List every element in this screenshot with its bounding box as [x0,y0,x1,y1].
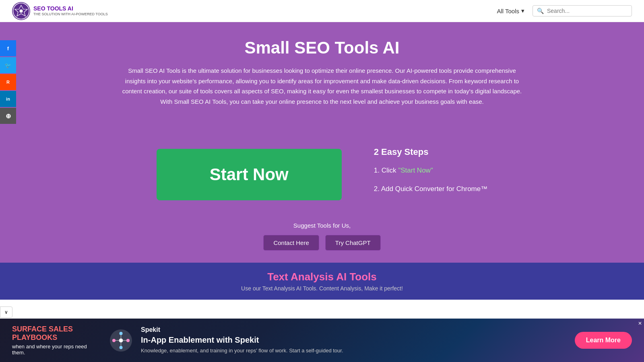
text-analysis-subtitle: Use our Text Analysis AI Tools. Content … [12,285,632,292]
social-sidebar: f 🐦 R in ⊕ [0,40,16,125]
svg-point-5 [119,332,122,335]
logo: SEO TOOLS AI THE SOLUTION WITH AI-POWERE… [12,2,108,20]
share-button[interactable]: ⊕ [0,108,16,124]
ad-center-content: Spekit In-App Enablement with Spekit Kno… [141,326,567,355]
svg-point-6 [126,339,130,342]
chevron-down-icon: ∨ [4,309,8,315]
svg-point-9 [119,338,123,342]
easy-steps: 2 Easy Steps 1. Click "Start Now" 2. Add… [374,147,488,202]
text-analysis-title: Text Analysis AI Tools [12,271,632,283]
contact-here-button[interactable]: Contact Here [263,235,319,251]
facebook-button[interactable]: f [0,40,16,56]
logo-icon [12,2,30,20]
ad-center-desc: Knowledge, enablement, and training in y… [141,347,567,355]
svg-point-3 [20,9,23,12]
linkedin-button[interactable]: in [0,91,16,107]
ad-left-sub: when and where your reps need them. [12,343,101,356]
suggest-buttons: Contact Here Try ChatGPT [0,235,644,251]
search-container: 🔍 [533,5,632,16]
text-analysis-section: Text Analysis AI Tools Use our Text Anal… [0,263,644,300]
hero-description: Small SEO AI Tools is the ultimate solut… [121,66,523,107]
suggest-text: Suggest Tools for Us, [0,222,644,229]
all-tools-label: All Tools [497,8,519,14]
ad-banner: ✕ SURFACE SALES PLAYBOOKS when and where… [0,319,644,362]
hero-section: Small SEO Tools AI Small SEO AI Tools is… [0,22,644,143]
ad-center-title: In-App Enablement with Spekit [141,335,567,345]
logo-text: SEO TOOLS AI THE SOLUTION WITH AI-POWERE… [33,6,108,16]
spekit-logo: Spekit [141,326,567,333]
ad-learn-more-button[interactable]: Learn More [575,332,632,349]
ad-left-content: SURFACE SALES PLAYBOOKS when and where y… [12,325,101,356]
chevron-down-icon: ▾ [521,7,524,14]
ad-close-button[interactable]: ✕ [638,321,642,326]
step-2: 2. Add Quick Converter for Chrome™ [374,184,488,194]
ad-left-title: SURFACE SALES PLAYBOOKS [12,325,101,342]
try-chatgpt-button[interactable]: Try ChatGPT [325,235,381,251]
twitter-button[interactable]: 🐦 [0,57,16,73]
start-now-link[interactable]: "Start Now" [398,167,433,174]
step1-prefix: 1. Click [374,167,398,174]
ad-spekit-icon [109,328,133,352]
start-now-button[interactable]: Start Now [157,149,342,200]
search-input[interactable] [547,8,627,14]
suggest-section: Suggest Tools for Us, Contact Here Try C… [0,214,644,263]
all-tools-nav[interactable]: All Tools ▾ [497,7,524,14]
search-icon: 🔍 [537,8,544,14]
svg-point-8 [112,339,116,342]
logo-main-text: SEO TOOLS AI [33,6,108,12]
steps-section: Start Now 2 Easy Steps 1. Click "Start N… [0,143,644,214]
collapse-button[interactable]: ∨ [0,306,12,318]
header: SEO TOOLS AI THE SOLUTION WITH AI-POWERE… [0,0,644,22]
svg-point-7 [119,346,122,349]
reddit-button[interactable]: R [0,74,16,90]
easy-steps-title: 2 Easy Steps [374,147,488,157]
step-1: 1. Click "Start Now" [374,165,488,176]
hero-title: Small SEO Tools AI [32,38,612,58]
logo-sub-text: THE SOLUTION WITH AI-POWERED TOOLS [33,12,108,16]
